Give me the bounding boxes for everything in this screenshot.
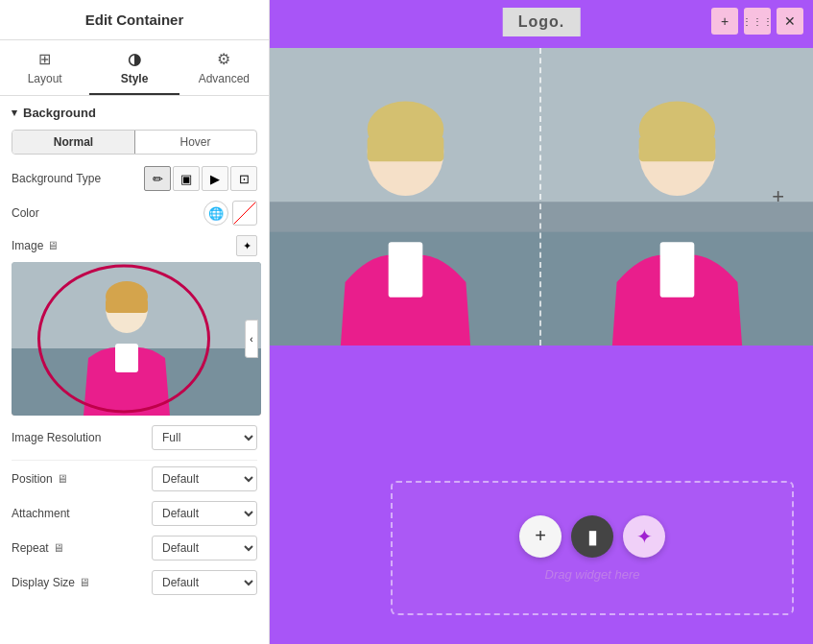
collapse-panel-btn[interactable]: ‹ bbox=[245, 320, 258, 358]
drag-drop-area[interactable]: + ▮ ✦ Drag widget here bbox=[391, 481, 794, 615]
image-placeholder bbox=[12, 262, 261, 416]
display-size-row: Display Size 🖥 Default Auto Cover Contai… bbox=[12, 570, 257, 595]
panel-title: Edit Container bbox=[0, 0, 269, 40]
repeat-row: Repeat 🖥 Default No Repeat Repeat Repeat… bbox=[12, 536, 257, 561]
tab-layout[interactable]: ⊞ Layout bbox=[0, 40, 89, 95]
left-panel: Edit Container ⊞ Layout ◑ Style ⚙ Advanc… bbox=[0, 0, 270, 644]
color-controls: 🌐 bbox=[203, 201, 257, 226]
image-resolution-label: Image Resolution bbox=[12, 431, 152, 444]
image-label-text: Image bbox=[12, 239, 43, 252]
advanced-icon: ⚙ bbox=[217, 50, 230, 68]
position-label-text: Position bbox=[12, 472, 53, 486]
image-resolution-row: Image Resolution Full Large Medium Thumb… bbox=[12, 425, 257, 450]
bg-type-slideshow-btn[interactable]: ⊡ bbox=[230, 166, 257, 191]
svg-rect-3 bbox=[115, 344, 138, 372]
monitor-icon: 🖥 bbox=[47, 239, 59, 252]
add-widget-btn[interactable]: + bbox=[519, 515, 562, 558]
position-label: Position 🖥 bbox=[12, 472, 152, 486]
bg-type-icons: ✏ ▣ ▶ ⊡ bbox=[144, 166, 257, 191]
repeat-select[interactable]: Default No Repeat Repeat Repeat X Repeat… bbox=[152, 536, 257, 561]
background-section-header[interactable]: ▾ Background bbox=[12, 106, 257, 120]
svg-rect-15 bbox=[541, 202, 813, 231]
section-arrow-icon: ▾ bbox=[12, 107, 17, 119]
image-label: Image 🖥 bbox=[12, 239, 236, 252]
svg-rect-17 bbox=[660, 242, 695, 298]
position-monitor-icon: 🖥 bbox=[57, 472, 68, 486]
folder-widget-btn[interactable]: ▮ bbox=[571, 515, 613, 558]
image-preview-wrapper: ‹ bbox=[12, 262, 257, 416]
position-row: Position 🖥 Default Top Left Top Center C… bbox=[12, 466, 257, 491]
display-size-label: Display Size 🖥 bbox=[12, 576, 152, 589]
hover-toggle-btn[interactable]: Hover bbox=[134, 131, 256, 154]
lower-drop-zone: + ▮ ✦ Drag widget here bbox=[270, 452, 813, 644]
no-color-icon[interactable] bbox=[232, 201, 257, 226]
right-photo-svg bbox=[541, 48, 813, 346]
tab-advanced[interactable]: ⚙ Advanced bbox=[179, 40, 269, 95]
attachment-label: Attachment bbox=[12, 507, 152, 520]
normal-toggle-btn[interactable]: Normal bbox=[12, 130, 135, 155]
sparkle-widget-btn[interactable]: ✦ bbox=[623, 515, 665, 558]
left-image-col bbox=[270, 48, 541, 346]
image-row-header: Image 🖥 ✦ bbox=[12, 235, 257, 256]
drag-widget-text: Drag widget here bbox=[545, 567, 640, 582]
image-actions: ✦ bbox=[236, 235, 257, 256]
bg-type-video-btn[interactable]: ▶ bbox=[202, 166, 228, 191]
display-size-select[interactable]: Default Auto Cover Contain bbox=[152, 570, 257, 595]
color-label: Color bbox=[12, 206, 203, 220]
left-photo-svg bbox=[270, 48, 541, 346]
color-row: Color 🌐 bbox=[12, 201, 257, 226]
display-size-label-text: Display Size bbox=[12, 576, 75, 589]
state-toggle: Normal Hover bbox=[12, 130, 257, 155]
logo-area: Logo. bbox=[503, 8, 581, 36]
images-container: + bbox=[270, 48, 813, 346]
svg-rect-8 bbox=[270, 202, 541, 231]
repeat-label-text: Repeat bbox=[12, 541, 49, 555]
svg-rect-12 bbox=[368, 136, 444, 161]
attachment-select[interactable]: Default Scroll Fixed bbox=[152, 501, 257, 526]
style-icon: ◑ bbox=[128, 50, 141, 68]
bg-type-label: Background Type bbox=[12, 172, 144, 185]
bg-type-pen-btn[interactable]: ✏ bbox=[144, 166, 171, 191]
bg-type-row: Background Type ✏ ▣ ▶ ⊡ bbox=[12, 166, 257, 191]
tab-advanced-label: Advanced bbox=[199, 72, 250, 85]
canvas-area: Logo. + ⋮⋮⋮ ✕ bbox=[270, 0, 813, 644]
bg-type-gradient-btn[interactable]: ▣ bbox=[173, 166, 200, 191]
svg-rect-5 bbox=[106, 298, 148, 313]
close-btn[interactable]: ✕ bbox=[777, 8, 803, 35]
repeat-label: Repeat 🖥 bbox=[12, 541, 152, 555]
svg-rect-10 bbox=[389, 242, 423, 298]
repeat-monitor-icon: 🖥 bbox=[53, 541, 64, 555]
preview-svg bbox=[12, 262, 261, 416]
tabs-row: ⊞ Layout ◑ Style ⚙ Advanced bbox=[0, 40, 269, 96]
position-select[interactable]: Default Top Left Top Center Center Cente… bbox=[152, 466, 257, 491]
background-section: ▾ Background Normal Hover Background Typ… bbox=[0, 96, 269, 614]
tab-style[interactable]: ◑ Style bbox=[89, 40, 179, 95]
svg-rect-19 bbox=[639, 136, 716, 161]
tab-layout-label: Layout bbox=[28, 72, 62, 85]
grid-btn[interactable]: ⋮⋮⋮ bbox=[744, 8, 771, 35]
divider-1 bbox=[12, 460, 257, 461]
add-element-btn[interactable]: + bbox=[711, 8, 738, 35]
right-image-col: + bbox=[541, 48, 813, 346]
image-resolution-select[interactable]: Full Large Medium Thumbnail bbox=[152, 425, 257, 450]
display-size-monitor-icon: 🖥 bbox=[79, 576, 90, 589]
image-add-icon[interactable]: ✦ bbox=[236, 235, 257, 256]
widget-buttons: + ▮ ✦ bbox=[519, 515, 665, 558]
tab-style-label: Style bbox=[121, 72, 149, 85]
logo-text: Logo. bbox=[518, 13, 565, 30]
background-label: Background bbox=[23, 106, 96, 120]
layout-icon: ⊞ bbox=[38, 50, 51, 68]
canvas-toolbar: + ⋮⋮⋮ ✕ bbox=[711, 8, 803, 35]
attachment-row: Attachment Default Scroll Fixed bbox=[12, 501, 257, 526]
global-color-icon[interactable]: 🌐 bbox=[203, 201, 228, 226]
image-preview[interactable] bbox=[12, 262, 261, 416]
